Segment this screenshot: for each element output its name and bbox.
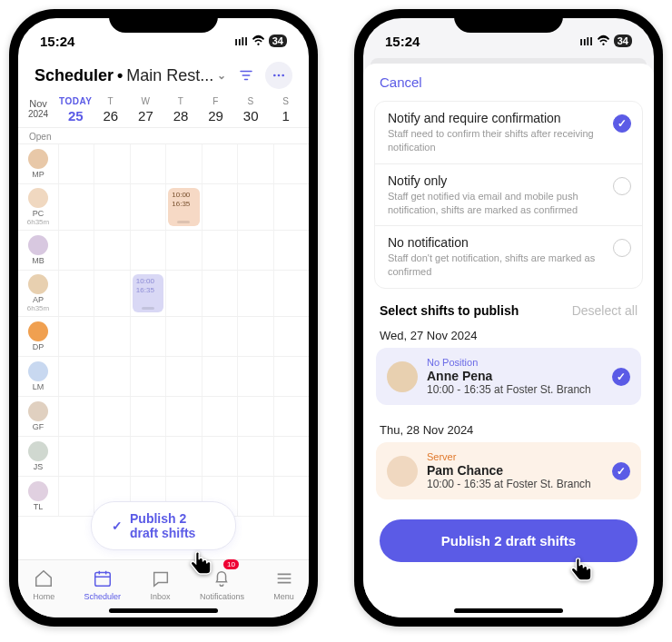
header-title-group[interactable]: Scheduler • Main Rest... ⌄ xyxy=(35,66,227,85)
tab-inbox[interactable]: Inbox xyxy=(150,568,170,601)
grid-cell[interactable] xyxy=(237,437,272,476)
grid-cell[interactable] xyxy=(94,144,129,183)
day-column[interactable]: F29 xyxy=(198,96,233,123)
grid-cell[interactable] xyxy=(94,357,129,396)
cancel-button[interactable]: Cancel xyxy=(363,64,654,97)
grid-cell[interactable] xyxy=(237,231,272,270)
employee-label[interactable]: AP 6h35m xyxy=(18,271,58,316)
notify-option[interactable]: Notify and require confirmation Staff ne… xyxy=(375,102,642,164)
signal-icon: ııll xyxy=(234,35,247,48)
grid-cell[interactable] xyxy=(94,317,129,356)
publish-draft-pill[interactable]: ✓ Publish 2 draft shifts xyxy=(91,501,236,550)
day-column[interactable]: TODAY25 xyxy=(58,96,94,123)
grid-cell[interactable] xyxy=(237,357,272,396)
grid-cell[interactable] xyxy=(237,184,272,230)
grid-cell[interactable] xyxy=(273,184,309,230)
schedule-grid[interactable]: Open MP PC 6h35m 10:0016:35 MB AP 6h35m … xyxy=(18,127,309,559)
grid-cell[interactable] xyxy=(165,437,201,476)
shift-block[interactable]: 10:0016:35 xyxy=(133,274,163,312)
grid-cell[interactable] xyxy=(202,317,237,356)
grid-cell[interactable] xyxy=(202,357,237,396)
grid-cell[interactable] xyxy=(94,231,129,270)
grid-cell[interactable] xyxy=(273,271,309,316)
grid-cell[interactable] xyxy=(202,271,237,316)
grid-cell[interactable] xyxy=(58,271,94,316)
grid-cell[interactable] xyxy=(202,184,237,230)
filter-button[interactable] xyxy=(232,62,260,89)
notify-option[interactable]: No notification Staff don't get notifica… xyxy=(375,226,642,288)
grid-cell[interactable] xyxy=(273,357,309,396)
grid-cell[interactable] xyxy=(165,317,201,356)
deselect-all-button[interactable]: Deselect all xyxy=(572,303,637,318)
tab-home[interactable]: Home xyxy=(33,568,54,601)
grid-cell[interactable] xyxy=(237,477,272,516)
grid-cell[interactable] xyxy=(237,271,272,316)
grid-cell[interactable] xyxy=(58,357,94,396)
grid-cell[interactable] xyxy=(130,317,165,356)
grid-cell[interactable] xyxy=(94,271,129,316)
grid-cell[interactable] xyxy=(130,437,165,476)
notify-option[interactable]: Notify only Staff get notified via email… xyxy=(375,164,642,227)
grid-cell[interactable] xyxy=(165,357,201,396)
employee-label[interactable]: MB xyxy=(18,231,58,270)
tab-notifications[interactable]: 10 Notifications xyxy=(200,568,244,601)
grid-cell[interactable] xyxy=(94,184,129,230)
day-column[interactable]: T28 xyxy=(163,96,199,123)
grid-cell[interactable] xyxy=(58,231,94,270)
grid-cell[interactable] xyxy=(165,397,201,436)
employee-label[interactable]: LM xyxy=(18,357,58,396)
grid-cell[interactable] xyxy=(58,437,94,476)
grid-cell[interactable] xyxy=(94,437,129,476)
grid-cell[interactable] xyxy=(273,231,309,270)
grid-cell[interactable] xyxy=(165,271,201,316)
grid-cell[interactable] xyxy=(273,317,309,356)
grid-cell[interactable] xyxy=(58,397,94,436)
day-column[interactable]: T26 xyxy=(94,96,129,123)
grid-cell[interactable] xyxy=(237,317,272,356)
grid-cell[interactable] xyxy=(237,144,272,183)
grid-cell[interactable] xyxy=(273,477,309,516)
grid-cell[interactable] xyxy=(202,144,237,183)
employee-label[interactable]: MP xyxy=(18,144,58,183)
grid-cell[interactable] xyxy=(273,437,309,476)
day-column[interactable]: S1 xyxy=(268,96,303,123)
grid-cell[interactable] xyxy=(165,231,201,270)
day-number: 29 xyxy=(198,108,233,123)
tab-menu[interactable]: Menu xyxy=(273,568,294,601)
grid-cell[interactable]: 10:0016:35 xyxy=(130,271,165,316)
employee-label[interactable]: JS xyxy=(18,437,58,476)
day-column[interactable]: S30 xyxy=(233,96,269,123)
grid-cell[interactable] xyxy=(130,144,165,183)
grid-cell[interactable] xyxy=(237,397,272,436)
grid-cell[interactable] xyxy=(58,184,94,230)
signal-icon: ııll xyxy=(579,35,592,48)
shift-block[interactable]: 10:0016:35 xyxy=(168,188,199,226)
employee-label[interactable]: DP xyxy=(18,317,58,356)
shift-card[interactable]: No Position Anne Pena 10:00 - 16:35 at F… xyxy=(376,348,641,405)
employee-label[interactable]: GF xyxy=(18,397,58,436)
day-column[interactable]: W27 xyxy=(128,96,163,123)
employee-label[interactable]: TL xyxy=(18,477,58,516)
grid-cell[interactable] xyxy=(273,144,309,183)
grid-cell[interactable] xyxy=(94,397,129,436)
grid-cell[interactable] xyxy=(202,437,237,476)
status-time: 15:24 xyxy=(40,34,74,49)
shift-card[interactable]: Server Pam Chance 10:00 - 16:35 at Foste… xyxy=(376,442,641,499)
more-button[interactable] xyxy=(265,62,292,89)
grid-cell[interactable] xyxy=(130,231,165,270)
tab-scheduler[interactable]: Scheduler xyxy=(84,568,122,601)
option-title: Notify and require confirmation xyxy=(388,111,602,125)
grid-cell[interactable] xyxy=(165,144,201,183)
grid-cell[interactable] xyxy=(202,231,237,270)
grid-cell[interactable] xyxy=(273,397,309,436)
grid-cell[interactable] xyxy=(202,397,237,436)
grid-cell[interactable] xyxy=(58,477,94,516)
publish-button[interactable]: Publish 2 draft shifts xyxy=(380,519,637,562)
grid-cell[interactable] xyxy=(130,357,165,396)
grid-cell[interactable] xyxy=(130,184,165,230)
grid-cell[interactable] xyxy=(58,144,94,183)
grid-cell[interactable]: 10:0016:35 xyxy=(165,184,201,230)
grid-cell[interactable] xyxy=(58,317,94,356)
grid-cell[interactable] xyxy=(130,397,165,436)
employee-label[interactable]: PC 6h35m xyxy=(18,184,58,230)
